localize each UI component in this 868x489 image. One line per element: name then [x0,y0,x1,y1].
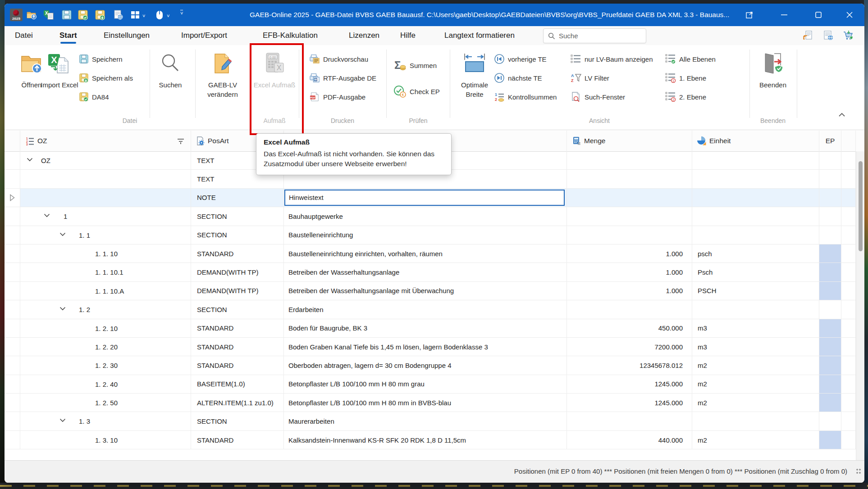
import-excel-icon[interactable]: X [43,9,54,20]
kontrollsummen-button[interactable]: 12 Kontrollsummen [494,89,557,104]
cell-ep[interactable] [819,151,841,170]
cell-posart[interactable]: BASEITEM(1.0) [191,375,284,394]
menu-tab-einstellungen[interactable]: Einstellungen [104,26,150,45]
cell-ep[interactable] [819,282,841,300]
cell-posart[interactable]: ALTERN.ITEM(1.1 zu1.0) [191,394,284,412]
cell-text[interactable]: Betonpflaster L/B 100/100 mm H 80 mm in … [284,394,567,412]
row-gutter[interactable] [5,300,20,319]
menu-tab-hilfe[interactable]: Hilfe [400,26,416,45]
cell-einheit[interactable]: m2 [692,394,819,412]
cell-menge[interactable] [567,226,692,244]
close-button[interactable] [843,8,856,22]
menu-tab-efb-kalkulation[interactable]: EFB-Kalkulation [263,26,318,45]
gaeb-lv-button[interactable]: GAEB-LV verändern [200,49,245,99]
cell-oz[interactable]: 1. 1. 10.1 [20,263,191,281]
cell-oz[interactable] [20,189,191,207]
table-row[interactable]: 1. 1. 10.ADEMAND(WITH TP)Betreiben der W… [5,282,864,300]
menu-tab-start[interactable]: Start [59,26,77,45]
row-gutter[interactable] [5,394,20,412]
cell-text[interactable]: Betreiben der Wasserhaltungsanlage [284,263,567,281]
cell-oz[interactable]: 1. 2. 10 [20,319,191,338]
cell-ep[interactable] [819,412,841,430]
cell-menge[interactable] [567,207,692,226]
ebene-2-button[interactable]: 2 2. Ebene [665,89,706,104]
cell-text[interactable]: Bauhauptgewerke [284,207,567,226]
cell-ep[interactable] [819,263,841,281]
row-gutter[interactable] [5,207,20,226]
cell-oz[interactable] [20,170,191,188]
table-row[interactable]: 1. 3. 10STANDARDKalksandstein-Innenwand … [5,431,864,449]
cell-posart[interactable]: NOTE [191,189,284,207]
cell-oz[interactable]: OZ [20,151,191,170]
cell-menge[interactable] [567,151,692,170]
save-as-icon[interactable] [78,9,88,20]
newsletter-icon[interactable] [802,30,814,41]
cell-menge[interactable]: 1245.000 [567,394,692,412]
mouse-chevron-icon[interactable]: ˅ [167,13,169,18]
search-button[interactable]: Suchen [148,49,193,90]
row-gutter[interactable] [5,244,20,263]
text-cell-editor[interactable]: Hinweistext [284,190,565,206]
da84-button[interactable]: DA84 [79,89,109,104]
cell-einheit[interactable] [692,226,819,244]
qat-customize-icon[interactable]: ˅ [180,10,183,16]
cell-posart[interactable]: DEMAND(WITH TP) [191,282,284,300]
table-row[interactable]: 1. 2. 50ALTERN.ITEM(1.1 zu1.0)Betonpflas… [5,394,864,412]
row-gutter[interactable] [5,356,20,375]
cell-oz[interactable]: 1. 1. 10 [20,244,191,263]
row-gutter[interactable] [5,282,20,300]
grid-menu-chevron-icon[interactable]: ˅ [142,13,145,18]
cell-posart[interactable]: STANDARD [191,338,284,356]
cell-posart[interactable]: STANDARD [191,431,284,449]
header-menge[interactable]: Menge [567,131,692,151]
row-gutter[interactable] [5,226,20,244]
cell-oz[interactable]: 1. 3 [20,412,191,430]
cell-oz[interactable]: 1. 3. 10 [20,431,191,449]
import-excel-button[interactable]: X Import Excel [37,49,82,90]
tree-expand-chevron-icon[interactable] [27,158,33,162]
save-icon[interactable] [61,9,72,20]
table-row[interactable]: NOTEHinweistext [5,189,864,207]
print-preview-button[interactable]: Druckvorschau [309,51,368,67]
header-oz[interactable]: 123 OZ [20,131,191,151]
row-gutter[interactable] [5,263,20,281]
menu-tab-lizenzen[interactable]: Lizenzen [349,26,379,45]
cell-text[interactable]: Erdarbeiten [284,300,567,319]
menu-tab-import-export[interactable]: Import/Export [181,26,227,45]
table-row[interactable]: 1. 1. 10STANDARDBaustelleneinrichtung ei… [5,244,864,263]
beenden-button[interactable]: Beenden [750,49,795,90]
da84-save-icon[interactable] [95,9,105,20]
cell-oz[interactable]: 1. 2 [20,300,191,319]
row-gutter[interactable] [5,151,20,170]
cell-text[interactable]: Betonpflaster L/B 100/100 mm H 80 mm gra… [284,375,567,394]
tree-expand-chevron-icon[interactable] [44,213,50,217]
sort-icon[interactable] [177,138,184,145]
pdf-output-button[interactable]: PDF PDF-Ausgabe [309,89,365,104]
cell-einheit[interactable] [692,300,819,319]
cell-posart[interactable]: STANDARD [191,244,284,263]
next-te-button[interactable]: nächste TE [494,70,542,86]
cell-einheit[interactable]: m3 [692,319,819,338]
cell-ep[interactable] [819,207,841,226]
previous-te-button[interactable]: vorherige TE [494,51,547,67]
cell-einheit[interactable] [692,207,819,226]
table-row[interactable]: 1. 2. 30STANDARDOberboden abtragen, lage… [5,356,864,375]
alle-ebenen-button[interactable]: Alle Ebenen [665,51,716,67]
grid-menu-icon[interactable] [130,9,141,20]
cell-menge[interactable] [567,300,692,319]
cell-oz[interactable]: 1. 2. 40 [20,375,191,394]
cell-ep[interactable] [819,431,841,449]
table-row[interactable]: 1. 1SECTIONBaustelleneinrichtung [5,226,864,244]
cell-text[interactable]: Oberboden abtragen, lagern d= 30 cm Bode… [284,356,567,375]
cell-text[interactable]: Boden für Baugrube, BK 3 [284,319,567,338]
tree-expand-chevron-icon[interactable] [59,307,66,311]
cell-menge[interactable]: 1.000 [567,263,692,281]
cell-menge[interactable] [567,170,692,188]
cell-menge[interactable]: 440.000 [567,431,692,449]
cell-einheit[interactable] [692,170,819,188]
ribbon-collapse-icon[interactable] [836,109,848,121]
table-row[interactable]: 1. 2. 10STANDARDBoden für Baugrube, BK 3… [5,319,864,338]
row-gutter[interactable] [5,338,20,356]
row-gutter[interactable] [5,189,20,207]
shop-cart-icon[interactable] [843,30,854,41]
